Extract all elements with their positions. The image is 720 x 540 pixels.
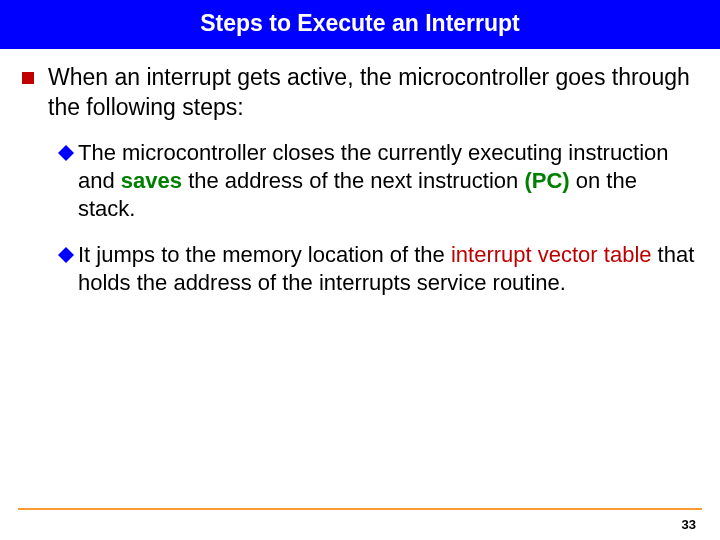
- sub-bullet-list: The microcontroller closes the currently…: [22, 139, 698, 298]
- intro-text: When an interrupt gets active, the micro…: [48, 63, 698, 123]
- svg-marker-1: [58, 247, 74, 263]
- sub-bullet-item: It jumps to the memory location of the i…: [58, 241, 698, 297]
- diamond-bullet-icon: [58, 145, 74, 161]
- slide-title: Steps to Execute an Interrupt: [0, 0, 720, 49]
- square-bullet-icon: [22, 72, 34, 84]
- footer-divider: [18, 508, 702, 510]
- diamond-bullet-icon: [58, 247, 74, 263]
- slide-body: When an interrupt gets active, the micro…: [0, 49, 720, 298]
- page-number: 33: [682, 517, 696, 532]
- sub-bullet-text: It jumps to the memory location of the i…: [78, 241, 698, 297]
- sub-bullet-item: The microcontroller closes the currently…: [58, 139, 698, 223]
- sub-bullet-text: The microcontroller closes the currently…: [78, 139, 698, 223]
- intro-bullet: When an interrupt gets active, the micro…: [22, 63, 698, 123]
- svg-marker-0: [58, 145, 74, 161]
